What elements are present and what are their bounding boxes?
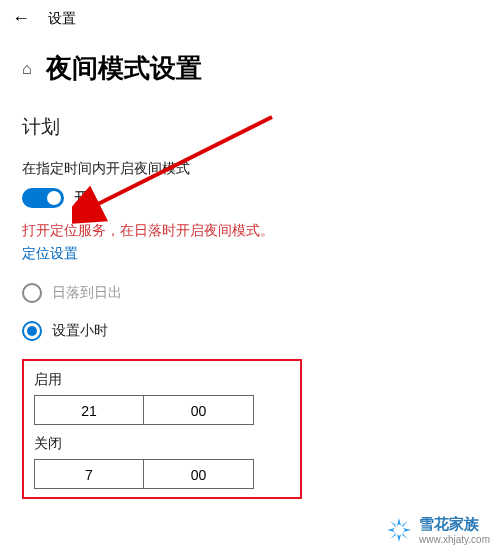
radio-label-sunset: 日落到日出 — [52, 284, 122, 302]
on-minute-input[interactable]: 00 — [144, 395, 254, 425]
snowflake-icon — [385, 516, 413, 544]
radio-icon — [22, 321, 42, 341]
watermark-name: 雪花家族 — [419, 515, 479, 532]
on-time-label: 启用 — [34, 371, 290, 389]
radio-option-sunset[interactable]: 日落到日出 — [22, 283, 478, 303]
watermark-url: www.xhjaty.com — [419, 534, 490, 545]
off-minute-input[interactable]: 00 — [144, 459, 254, 489]
home-icon[interactable]: ⌂ — [22, 60, 32, 78]
section-heading-schedule: 计划 — [22, 114, 478, 140]
svg-marker-7 — [402, 521, 408, 527]
location-settings-link[interactable]: 定位设置 — [22, 245, 78, 263]
radio-option-set-hours[interactable]: 设置小时 — [22, 321, 478, 341]
svg-marker-3 — [397, 534, 401, 542]
schedule-toggle[interactable] — [22, 188, 64, 208]
on-hour-input[interactable]: 21 — [34, 395, 144, 425]
off-time-label: 关闭 — [34, 435, 290, 453]
svg-marker-5 — [403, 528, 411, 532]
off-hour-input[interactable]: 7 — [34, 459, 144, 489]
header-title: 设置 — [48, 10, 76, 28]
svg-marker-8 — [390, 533, 396, 539]
radio-label-hours: 设置小时 — [52, 322, 108, 340]
schedule-description: 在指定时间内开启夜间模式 — [22, 160, 478, 178]
watermark: 雪花家族 www.xhjaty.com — [385, 515, 490, 545]
page-title: 夜间模式设置 — [46, 51, 202, 86]
svg-marker-6 — [390, 521, 396, 527]
svg-marker-4 — [387, 528, 395, 532]
time-settings-highlight: 启用 21 00 关闭 7 00 — [22, 359, 302, 499]
back-icon[interactable]: ← — [12, 8, 30, 29]
svg-marker-2 — [397, 518, 401, 526]
svg-marker-9 — [402, 533, 408, 539]
location-warning: 打开定位服务，在日落时开启夜间模式。 — [22, 222, 478, 240]
radio-icon — [22, 283, 42, 303]
toggle-state-label: 开 — [74, 189, 88, 207]
